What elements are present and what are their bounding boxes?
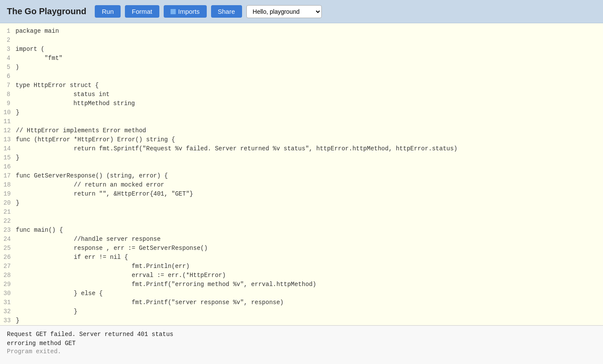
line-number: 18 xyxy=(0,180,16,190)
line-content: func main() { xyxy=(16,226,603,235)
app-title: The Go Playground xyxy=(7,6,86,16)
line-content: } xyxy=(16,108,603,117)
line-number: 1 xyxy=(0,27,16,36)
line-content xyxy=(16,217,603,226)
line-content: return "", &HttpError{401, "GET"} xyxy=(16,190,603,199)
line-number: 6 xyxy=(0,72,16,81)
line-number: 9 xyxy=(0,99,16,108)
line-number: 28 xyxy=(0,271,16,280)
line-number: 30 xyxy=(0,289,16,298)
format-button[interactable]: Format xyxy=(125,5,159,18)
line-number: 12 xyxy=(0,126,16,135)
code-line: 16 xyxy=(0,162,603,171)
line-number: 7 xyxy=(0,81,16,90)
line-content: fmt.Println(err) xyxy=(16,262,603,271)
line-content: type HttpError struct { xyxy=(16,81,603,90)
line-number: 16 xyxy=(0,162,16,171)
code-line: 27 fmt.Println(err) xyxy=(0,262,603,271)
share-button[interactable]: Share xyxy=(211,5,242,18)
line-number: 14 xyxy=(0,144,16,153)
line-number: 22 xyxy=(0,217,16,226)
line-number: 33 xyxy=(0,316,16,325)
line-number: 29 xyxy=(0,280,16,289)
code-line: 9 httpMethod string xyxy=(0,99,603,108)
line-number: 4 xyxy=(0,54,16,63)
line-number: 32 xyxy=(0,307,16,316)
line-content: fmt.Printf("erroring method %v", errval.… xyxy=(16,280,603,289)
line-content xyxy=(16,36,603,45)
line-content: } xyxy=(16,307,603,316)
code-container: 1package main23import (4 "fmt"5)67type H… xyxy=(0,27,603,325)
line-content: "fmt" xyxy=(16,54,603,63)
code-line: 13func (httpError *HttpError) Error() st… xyxy=(0,135,603,144)
line-number: 19 xyxy=(0,190,16,199)
code-line: 30 } else { xyxy=(0,289,603,298)
example-select[interactable]: Hello, playgroundFibonacci closureErrors… xyxy=(246,5,322,18)
line-content xyxy=(16,117,603,126)
code-line: 18 // return an mocked error xyxy=(0,180,603,190)
imports-icon xyxy=(171,9,176,14)
line-content: package main xyxy=(16,27,603,36)
line-content: httpMethod string xyxy=(16,99,603,108)
editor-area[interactable]: 1package main23import (4 "fmt"5)67type H… xyxy=(0,23,603,325)
line-number: 17 xyxy=(0,171,16,180)
imports-button[interactable]: Imports xyxy=(164,5,207,18)
line-content: ) xyxy=(16,63,603,72)
output-area: Request GET failed. Server returned 401 … xyxy=(0,325,603,364)
line-content: response , err := GetServerResponse() xyxy=(16,244,603,253)
line-number: 11 xyxy=(0,117,16,126)
code-line: 32 } xyxy=(0,307,603,316)
code-line: 7type HttpError struct { xyxy=(0,81,603,90)
line-number: 10 xyxy=(0,108,16,117)
code-line: 4 "fmt" xyxy=(0,54,603,63)
line-content: // return an mocked error xyxy=(16,180,603,190)
code-line: 6 xyxy=(0,72,603,81)
line-content: status int xyxy=(16,90,603,99)
code-line: 33} xyxy=(0,316,603,325)
code-line: 25 response , err := GetServerResponse() xyxy=(0,244,603,253)
line-number: 5 xyxy=(0,63,16,72)
output-line: erroring method GET xyxy=(7,339,596,348)
code-line: 21 xyxy=(0,208,603,217)
line-content: } xyxy=(16,199,603,208)
line-number: 2 xyxy=(0,36,16,45)
line-number: 23 xyxy=(0,226,16,235)
line-number: 25 xyxy=(0,244,16,253)
code-line: 10} xyxy=(0,108,603,117)
code-line: 2 xyxy=(0,36,603,45)
code-line: 24 //handle server response xyxy=(0,235,603,244)
code-line: 31 fmt.Printf("server response %v", resp… xyxy=(0,298,603,307)
line-number: 21 xyxy=(0,208,16,217)
line-content: func (httpError *HttpError) Error() stri… xyxy=(16,135,603,144)
line-content: if err != nil { xyxy=(16,253,603,262)
line-number: 27 xyxy=(0,262,16,271)
code-line: 20} xyxy=(0,199,603,208)
line-number: 3 xyxy=(0,45,16,54)
code-line: 14 return fmt.Sprintf("Request %v failed… xyxy=(0,144,603,153)
header: The Go Playground Run Format Imports Sha… xyxy=(0,0,603,23)
line-content: errval := err.(*HttpError) xyxy=(16,271,603,280)
code-line: 23func main() { xyxy=(0,226,603,235)
line-content xyxy=(16,208,603,217)
line-content: return fmt.Sprintf("Request %v failed. S… xyxy=(16,144,603,153)
line-content xyxy=(16,162,603,171)
run-button[interactable]: Run xyxy=(95,5,121,18)
line-content: } else { xyxy=(16,289,603,298)
code-line: 29 fmt.Printf("erroring method %v", errv… xyxy=(0,280,603,289)
code-line: 22 xyxy=(0,217,603,226)
line-content xyxy=(16,72,603,81)
line-number: 8 xyxy=(0,90,16,99)
line-content: // HttpError implements Error method xyxy=(16,126,603,135)
line-content: } xyxy=(16,153,603,162)
code-line: 3import ( xyxy=(0,45,603,54)
code-line: 8 status int xyxy=(0,90,603,99)
code-line: 26 if err != nil { xyxy=(0,253,603,262)
code-line: 1package main xyxy=(0,27,603,36)
line-number: 26 xyxy=(0,253,16,262)
code-line: 12// HttpError implements Error method xyxy=(0,126,603,135)
code-line: 19 return "", &HttpError{401, "GET"} xyxy=(0,190,603,199)
line-content: } xyxy=(16,316,603,325)
output-line: Program exited. xyxy=(7,348,596,355)
line-number: 13 xyxy=(0,135,16,144)
line-content: fmt.Printf("server response %v", respons… xyxy=(16,298,603,307)
